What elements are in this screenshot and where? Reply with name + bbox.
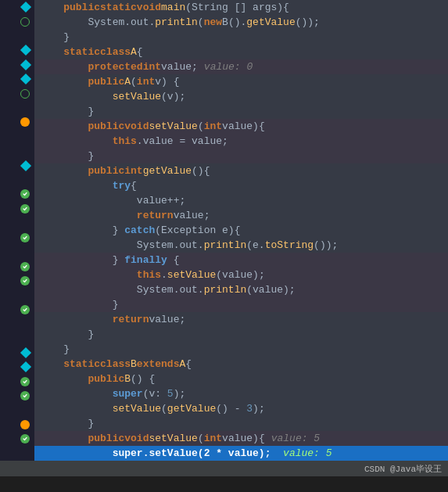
warning-indicator bbox=[20, 117, 30, 127]
breakpoint-indicator bbox=[20, 276, 30, 286]
code-line: return value; bbox=[34, 208, 448, 223]
code-line: public void setValue(int value){ bbox=[34, 119, 448, 134]
gutter-row bbox=[0, 0, 31, 14]
gutter-row bbox=[0, 303, 31, 317]
code-line: this.setValue(value); bbox=[34, 268, 448, 282]
gutter-row bbox=[0, 317, 31, 331]
no-indicator bbox=[20, 175, 30, 185]
svg-point-9 bbox=[22, 422, 28, 428]
gutter-row bbox=[0, 187, 31, 201]
code-line: System.out.println(value); bbox=[34, 282, 448, 297]
gutter-row bbox=[0, 231, 31, 245]
breakpoint-indicator bbox=[20, 305, 30, 314]
gutter-row bbox=[0, 447, 31, 461]
lines-container: public static void main(String [] args){… bbox=[34, 0, 448, 461]
code-line: super( v: 5); bbox=[34, 386, 448, 401]
gutter-row bbox=[0, 216, 31, 230]
code-line: public A(int v) { bbox=[34, 74, 448, 89]
code-line: } catch(Exception e){ bbox=[34, 223, 448, 238]
code-line: } bbox=[34, 342, 448, 357]
breakpoint-indicator bbox=[20, 189, 30, 199]
no-indicator bbox=[20, 449, 30, 458]
gutter-row bbox=[0, 360, 31, 374]
no-indicator bbox=[20, 146, 30, 156]
code-line: } bbox=[34, 149, 448, 163]
no-indicator bbox=[20, 218, 30, 228]
code-line: static class A{ bbox=[34, 45, 448, 59]
gutter-row bbox=[0, 115, 31, 129]
breakpoint-indicator bbox=[20, 204, 30, 214]
diamond-indicator bbox=[20, 45, 31, 56]
code-editor: public static void main(String [] args){… bbox=[0, 0, 448, 476]
gutter-row bbox=[0, 86, 31, 100]
code-line: protected int value;value: 0 bbox=[34, 59, 448, 74]
gutter-row bbox=[0, 259, 31, 273]
gutter-row bbox=[0, 288, 31, 302]
code-line: public void setValue(int value){value: 5 bbox=[34, 431, 448, 446]
code-line: static class B extends A{ bbox=[34, 357, 448, 372]
code-line: } finally { bbox=[34, 253, 448, 268]
gutter-row bbox=[0, 389, 31, 403]
gutter-row bbox=[0, 346, 31, 360]
breakpoint-indicator bbox=[20, 391, 30, 400]
no-indicator bbox=[20, 319, 30, 329]
code-line: } bbox=[34, 297, 448, 312]
code-line: public int getValue(){ bbox=[34, 163, 448, 178]
code-line: super.setValue(2 * value); value: 5 bbox=[34, 446, 448, 461]
gutter-row bbox=[0, 101, 31, 115]
breakpoint-indicator bbox=[20, 262, 30, 271]
diamond-indicator bbox=[20, 59, 31, 70]
no-indicator bbox=[20, 290, 30, 300]
diamond-indicator bbox=[20, 74, 31, 84]
code-line: } bbox=[34, 30, 448, 45]
statusbar: CSDN @Java毕设王 bbox=[0, 461, 448, 476]
code-line: public static void main(String [] args){ bbox=[34, 0, 448, 15]
no-indicator bbox=[20, 334, 30, 343]
gutter-row bbox=[0, 130, 31, 144]
empty-indicator bbox=[20, 17, 30, 27]
gutter-row bbox=[0, 375, 31, 389]
gutter-row bbox=[0, 274, 31, 288]
gutter-row bbox=[0, 144, 31, 158]
no-indicator bbox=[20, 132, 30, 142]
gutter bbox=[0, 0, 34, 461]
warning-indicator bbox=[20, 420, 30, 429]
code-line: try{ bbox=[34, 178, 448, 193]
gutter-row bbox=[0, 58, 31, 72]
gutter-row bbox=[0, 72, 31, 86]
breakpoint-indicator bbox=[20, 233, 30, 242]
empty-indicator bbox=[20, 89, 30, 99]
code-area: public static void main(String [] args){… bbox=[0, 0, 448, 461]
code-line: } bbox=[34, 416, 448, 431]
diamond-indicator bbox=[20, 347, 31, 358]
code-line: public B() { bbox=[34, 372, 448, 386]
svg-point-0 bbox=[22, 119, 28, 125]
gutter-row bbox=[0, 245, 31, 259]
no-indicator bbox=[20, 103, 30, 113]
gutter-row bbox=[0, 173, 31, 187]
diamond-indicator bbox=[20, 160, 31, 171]
no-indicator bbox=[20, 247, 30, 257]
gutter-row bbox=[0, 43, 31, 57]
gutter-row bbox=[0, 403, 31, 417]
gutter-row bbox=[0, 158, 31, 172]
breakpoint-indicator bbox=[20, 434, 30, 444]
gutter-row bbox=[0, 418, 31, 432]
code-line: } bbox=[34, 327, 448, 342]
code-line: System.out.println(new B().getValue()); bbox=[34, 15, 448, 30]
gutter-row bbox=[0, 432, 31, 446]
code-line: setValue(getValue() - 3); bbox=[34, 401, 448, 416]
diamond-indicator bbox=[20, 361, 31, 372]
code-line: System.out.println(e.toString()); bbox=[34, 238, 448, 253]
code-line: setValue(v); bbox=[34, 89, 448, 104]
no-indicator bbox=[20, 406, 30, 415]
no-indicator bbox=[20, 31, 30, 41]
gutter-row bbox=[0, 331, 31, 345]
code-line: return value; bbox=[34, 312, 448, 327]
code-line: } bbox=[34, 104, 448, 119]
breakpoint-indicator bbox=[20, 377, 30, 386]
diamond-indicator bbox=[20, 2, 31, 13]
statusbar-text: CSDN @Java毕设王 bbox=[364, 463, 442, 475]
code-line: this.value = value; bbox=[34, 134, 448, 149]
code-line: value++; bbox=[34, 193, 448, 208]
